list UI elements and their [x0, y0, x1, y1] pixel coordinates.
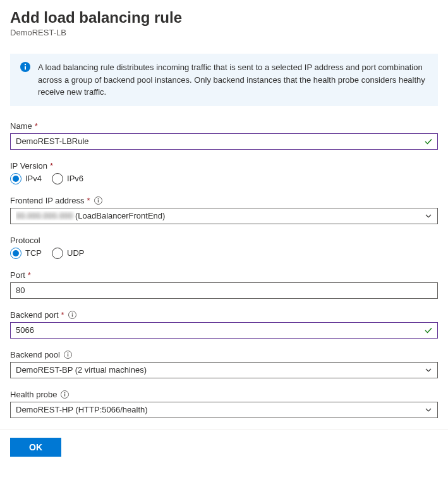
- radio-selected-icon: [10, 173, 21, 184]
- svg-point-2: [25, 64, 26, 65]
- ip-version-ipv6-radio[interactable]: IPv6: [52, 173, 83, 184]
- svg-rect-4: [97, 200, 98, 202]
- svg-rect-13: [64, 394, 65, 396]
- chevron-down-icon: [425, 212, 432, 220]
- ip-version-ipv4-radio[interactable]: IPv4: [10, 173, 42, 184]
- footer-divider: [0, 430, 448, 430]
- protocol-label: Protocol: [10, 236, 438, 245]
- svg-rect-7: [71, 314, 72, 316]
- name-input[interactable]: [10, 133, 438, 150]
- radio-selected-icon: [10, 248, 21, 259]
- port-input[interactable]: [10, 282, 438, 299]
- page-subtitle: DemoREST-LB: [10, 28, 438, 37]
- port-label: Port*: [10, 270, 438, 280]
- svg-point-14: [64, 392, 66, 393]
- frontend-ip-label: Frontend IP address*: [10, 196, 438, 205]
- svg-rect-1: [25, 66, 26, 70]
- ipv4-radio-label: IPv4: [25, 174, 42, 183]
- backend-port-label: Backend port*: [10, 310, 438, 320]
- help-icon[interactable]: [68, 311, 76, 319]
- help-icon[interactable]: [94, 196, 102, 205]
- help-icon[interactable]: [64, 351, 72, 359]
- ipv6-radio-label: IPv6: [67, 174, 83, 183]
- ip-version-label: IP Version*: [10, 161, 438, 171]
- protocol-tcp-radio[interactable]: TCP: [10, 248, 42, 259]
- backend-pool-select[interactable]: DemoREST-BP (2 virtual machines): [10, 362, 438, 378]
- ok-button[interactable]: OK: [10, 438, 61, 457]
- name-label: Name*: [10, 121, 438, 131]
- backend-port-input[interactable]: [10, 322, 438, 339]
- svg-point-5: [97, 198, 99, 199]
- page-title: Add load balancing rule: [10, 9, 438, 27]
- frontend-ip-select[interactable]: 00.000.000.000 (LoadBalancerFrontEnd): [10, 208, 438, 224]
- protocol-udp-radio[interactable]: UDP: [52, 248, 84, 259]
- health-probe-label: Health probe: [10, 390, 438, 399]
- frontend-ip-value: 00.000.000.000 (LoadBalancerFrontEnd): [16, 211, 165, 220]
- svg-rect-10: [68, 354, 68, 356]
- chevron-down-icon: [425, 406, 432, 414]
- radio-unselected-icon: [52, 248, 63, 259]
- health-probe-value: DemoREST-HP (HTTP:5066/health): [16, 405, 148, 414]
- tcp-radio-label: TCP: [25, 248, 42, 258]
- backend-pool-value: DemoREST-BP (2 virtual machines): [16, 365, 147, 375]
- svg-point-8: [71, 312, 73, 313]
- health-probe-select[interactable]: DemoREST-HP (HTTP:5066/health): [10, 402, 438, 418]
- help-icon[interactable]: [61, 390, 69, 399]
- backend-pool-label: Backend pool: [10, 350, 438, 359]
- info-text: A load balancing rule distributes incomi…: [38, 61, 428, 99]
- udp-radio-label: UDP: [67, 248, 84, 258]
- chevron-down-icon: [425, 366, 432, 374]
- info-icon: [20, 62, 30, 72]
- svg-point-11: [67, 352, 68, 353]
- radio-unselected-icon: [52, 173, 63, 184]
- info-banner: A load balancing rule distributes incomi…: [10, 54, 438, 106]
